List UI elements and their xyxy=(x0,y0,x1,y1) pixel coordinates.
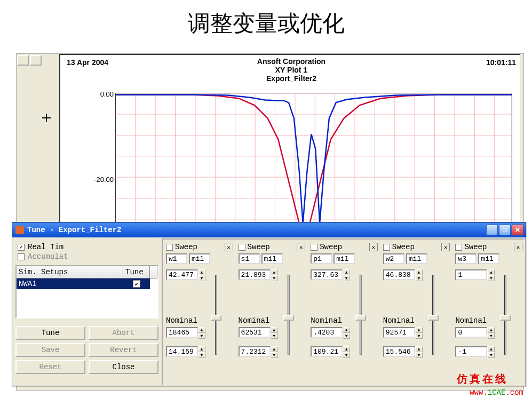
var-name[interactable]: p1 xyxy=(311,253,332,264)
max-value[interactable]: 21.893 xyxy=(239,269,271,280)
tune-button[interactable]: Tune xyxy=(15,326,85,340)
tuner-close-icon[interactable]: ✕ xyxy=(225,243,233,251)
max-value[interactable]: 46.838 xyxy=(383,269,415,280)
realtime-checkbox[interactable] xyxy=(18,244,25,251)
nominal-value[interactable]: 92571 xyxy=(383,327,415,338)
nominal-spin[interactable]: ▲▼ xyxy=(415,327,423,339)
tuner-close-icon[interactable]: ✕ xyxy=(514,243,522,251)
slider-thumb[interactable] xyxy=(355,315,366,321)
slider-thumb[interactable] xyxy=(428,315,439,321)
col-pad xyxy=(150,266,157,278)
slider[interactable] xyxy=(281,269,296,360)
reset-button: Reset xyxy=(15,360,85,374)
min-spin[interactable]: ▲▼ xyxy=(487,346,495,358)
nominal-spin[interactable]: ▲▼ xyxy=(198,327,205,339)
sweep-checkbox[interactable] xyxy=(383,244,390,251)
slider[interactable] xyxy=(209,269,224,360)
close-dialog-button[interactable]: Close xyxy=(89,360,158,374)
max-value[interactable]: 42.477 xyxy=(166,269,198,280)
sweep-label: Sweep xyxy=(320,243,342,251)
max-value[interactable]: 1 xyxy=(455,269,487,280)
nominal-spin[interactable]: ▲▼ xyxy=(271,327,278,339)
max-spin[interactable]: ▲▼ xyxy=(487,269,495,281)
accumulate-checkbox xyxy=(18,253,25,260)
tuner-w2: Sweep ✕ w2 mil 46.838 ▲▼ Nominal 92571 ▲… xyxy=(383,243,450,383)
realtime-checkbox-row[interactable]: Real Tim xyxy=(18,243,158,251)
tuner-close-icon[interactable]: ✕ xyxy=(441,243,450,251)
close-button[interactable]: ✕ xyxy=(512,225,523,235)
tune-dialog: Tune - Export_Filter2 _ □ ✕ Real Tim Acc… xyxy=(12,222,526,386)
row-tune-checkbox[interactable] xyxy=(133,280,140,288)
left-column: Real Tim Accumulat Sim. Setups Tune NWA1 xyxy=(12,237,162,386)
watermark-cn: 仿真在线 xyxy=(457,372,508,386)
max-spin[interactable]: ▲▼ xyxy=(415,269,423,281)
var-unit[interactable]: mil xyxy=(189,253,210,264)
revert-button: Revert xyxy=(89,343,158,357)
toolbar-btn-2[interactable] xyxy=(30,55,42,66)
var-unit[interactable]: mil xyxy=(261,253,283,264)
realtime-label: Real Tim xyxy=(28,243,63,251)
min-spin[interactable]: ▲▼ xyxy=(343,346,350,358)
minimize-button[interactable]: _ xyxy=(486,225,498,235)
max-spin[interactable]: ▲▼ xyxy=(271,269,278,281)
tuner-w1: Sweep ✕ w1 mil 42.477 ▲▼ Nominal 18465 ▲… xyxy=(166,243,233,383)
nominal-value[interactable]: .4203 xyxy=(311,327,343,338)
max-spin[interactable]: ▲▼ xyxy=(198,269,205,281)
max-value[interactable]: 327.63 xyxy=(311,269,343,280)
nominal-spin[interactable]: ▲▼ xyxy=(343,327,350,339)
min-value[interactable]: 7.2312 xyxy=(239,346,271,357)
maximize-button[interactable]: □ xyxy=(499,225,511,235)
var-unit[interactable]: mil xyxy=(406,253,427,264)
nominal-value[interactable]: 18465 xyxy=(166,327,198,338)
sweep-label: Sweep xyxy=(248,243,270,251)
sweep-label: Sweep xyxy=(175,243,197,251)
svg-rect-0 xyxy=(115,93,512,224)
slider-thumb[interactable] xyxy=(500,315,511,321)
nominal-label: Nominal xyxy=(166,316,205,325)
min-value[interactable]: 15.546 xyxy=(383,346,415,357)
var-unit[interactable]: mil xyxy=(478,253,499,264)
tuner-close-icon[interactable]: ✕ xyxy=(297,243,305,251)
tuners-area: Sweep ✕ w1 mil 42.477 ▲▼ Nominal 18465 ▲… xyxy=(162,238,525,385)
min-value[interactable]: -1 xyxy=(455,346,487,357)
page-heading: 调整变量或优化 xyxy=(0,0,532,43)
slider[interactable] xyxy=(353,269,368,360)
toolbar-btn-1[interactable] xyxy=(17,55,29,66)
sweep-checkbox[interactable] xyxy=(239,244,245,251)
min-value[interactable]: 14.159 xyxy=(166,346,198,357)
plot-company: Ansoft Corporation xyxy=(60,57,522,66)
plot-time: 10:01:11 xyxy=(486,58,516,67)
min-spin[interactable]: ▲▼ xyxy=(198,346,205,358)
table-row[interactable]: NWA1 xyxy=(17,278,157,289)
tuner-close-icon[interactable]: ✕ xyxy=(369,243,378,251)
slider[interactable] xyxy=(426,269,441,360)
slider-thumb[interactable] xyxy=(211,315,221,321)
var-name[interactable]: w3 xyxy=(455,253,477,264)
min-spin[interactable]: ▲▼ xyxy=(415,346,423,358)
sweep-checkbox[interactable] xyxy=(455,244,462,251)
slider[interactable] xyxy=(498,269,513,360)
min-spin[interactable]: ▲▼ xyxy=(271,346,278,358)
crosshair-icon xyxy=(42,114,51,122)
nominal-label: Nominal xyxy=(311,316,350,325)
var-name[interactable]: w1 xyxy=(166,253,187,264)
max-spin[interactable]: ▲▼ xyxy=(343,269,350,281)
min-value[interactable]: 109.21 xyxy=(311,346,343,357)
tuner-s1: Sweep ✕ s1 mil 21.893 ▲▼ Nominal 62531 ▲… xyxy=(239,243,306,383)
var-unit[interactable]: mil xyxy=(334,253,355,264)
cell-sim: NWA1 xyxy=(17,278,123,289)
nominal-value[interactable]: 62531 xyxy=(239,327,271,338)
var-name[interactable]: w2 xyxy=(383,253,404,264)
nominal-value[interactable]: 0 xyxy=(455,327,487,338)
col-sim[interactable]: Sim. Setups xyxy=(17,266,123,278)
slider-thumb[interactable] xyxy=(283,315,294,321)
dialog-title: Tune - Export_Filter2 xyxy=(27,226,121,234)
sweep-checkbox[interactable] xyxy=(166,244,173,251)
app-icon xyxy=(15,226,24,234)
sweep-checkbox[interactable] xyxy=(311,244,317,251)
nominal-label: Nominal xyxy=(455,316,495,325)
titlebar[interactable]: Tune - Export_Filter2 _ □ ✕ xyxy=(12,222,526,237)
col-tune[interactable]: Tune xyxy=(123,266,150,278)
var-name[interactable]: s1 xyxy=(239,253,260,264)
nominal-spin[interactable]: ▲▼ xyxy=(487,327,495,339)
